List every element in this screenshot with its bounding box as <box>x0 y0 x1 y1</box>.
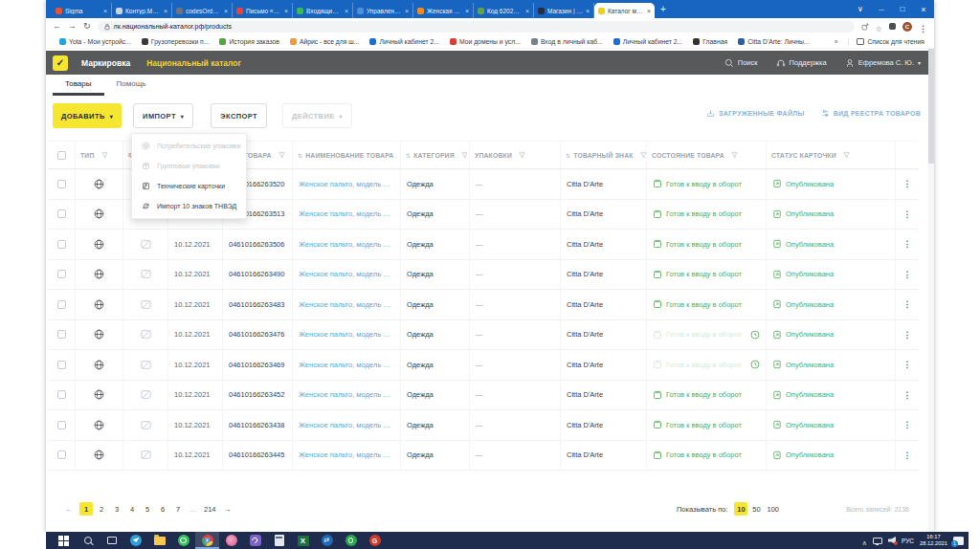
page-button[interactable]: 3 <box>110 502 123 516</box>
export-button[interactable]: ЭКСПОРТ <box>211 103 267 128</box>
browser-tab[interactable]: Контур.Марк...× <box>112 3 172 18</box>
page-size-button[interactable]: 10 <box>734 502 747 516</box>
kebab-menu-icon[interactable] <box>903 270 912 279</box>
browser-menu-icon[interactable] <box>919 18 927 35</box>
app-green-icon[interactable] <box>339 532 363 549</box>
app-tab[interactable]: Товары <box>53 75 104 96</box>
kebab-menu-icon[interactable] <box>903 299 912 309</box>
tab-close-icon[interactable]: × <box>586 8 590 14</box>
filter-icon[interactable] <box>101 152 108 159</box>
product-name-link[interactable]: Женское пальто, модель Ребе... <box>299 180 394 188</box>
next-page-icon[interactable] <box>224 505 232 514</box>
page-button[interactable]: 2 <box>95 502 108 516</box>
bookmark-star-icon[interactable] <box>876 18 882 35</box>
filter-icon[interactable] <box>519 152 525 159</box>
kebab-menu-icon[interactable] <box>903 420 912 429</box>
app-pink-icon[interactable] <box>219 532 243 549</box>
tab-close-icon[interactable]: × <box>164 8 167 14</box>
search-icon[interactable] <box>76 532 100 549</box>
sort-icon[interactable] <box>566 152 570 159</box>
profile-avatar[interactable]: C <box>902 22 912 32</box>
row-checkbox[interactable] <box>57 390 66 399</box>
page-button[interactable]: 4 <box>125 502 139 516</box>
row-checkbox[interactable] <box>57 270 66 278</box>
tab-close-icon[interactable]: × <box>465 8 469 14</box>
add-button[interactable]: ДОБАВИТЬ <box>53 103 122 128</box>
bookmark-item[interactable]: Грузоперевозки п... <box>142 38 210 45</box>
chrome-icon[interactable] <box>195 532 219 549</box>
row-checkbox[interactable] <box>57 330 66 339</box>
viber-icon[interactable] <box>243 532 267 549</box>
share-icon[interactable] <box>861 23 869 31</box>
product-name-link[interactable]: Женское пальто, модель Ребе... <box>299 209 394 218</box>
close-window-button[interactable] <box>913 5 934 14</box>
bookmark-item[interactable]: Главная <box>693 38 727 45</box>
extension-pin-icon[interactable] <box>889 23 896 30</box>
maximize-button[interactable] <box>892 5 913 13</box>
app-red-icon[interactable] <box>363 532 387 549</box>
user-menu[interactable]: Ефремова С. Ю. <box>845 58 921 68</box>
browser-tab[interactable]: codesOrder_2...× <box>172 3 233 18</box>
app-tab[interactable]: Помощь <box>104 75 159 96</box>
tab-close-icon[interactable]: × <box>525 8 529 14</box>
bookmark-item[interactable]: Айрис - все для ш... <box>290 38 360 45</box>
uploaded-files-link[interactable]: ЗАГРУЖЕННЫЕ ФАЙЛЫ <box>706 109 805 118</box>
whatsapp-icon[interactable] <box>171 532 195 549</box>
product-name-link[interactable]: Женское пальто, модель Ребе... <box>299 330 394 339</box>
browser-tab[interactable]: Управление...× <box>353 3 413 18</box>
row-checkbox[interactable] <box>57 300 66 309</box>
registry-view-link[interactable]: ВИД РЕЕСТРА ТОВАРОВ <box>821 109 921 118</box>
search-button[interactable]: Поиск <box>724 58 758 68</box>
system-clock[interactable]: 16:17 28.12.2021 <box>920 534 947 547</box>
bookmark-item[interactable]: Citta D'Arte: Личны... <box>738 38 809 45</box>
sort-icon[interactable] <box>406 152 411 159</box>
product-name-link[interactable]: Женское пальто, модель Ребе... <box>299 240 394 249</box>
row-checkbox[interactable] <box>57 209 66 218</box>
filter-icon[interactable] <box>731 152 738 159</box>
new-tab-button[interactable] <box>660 4 666 14</box>
start-icon[interactable] <box>52 532 76 549</box>
tray-expand-icon[interactable] <box>862 532 867 549</box>
row-checkbox[interactable] <box>57 421 66 429</box>
product-name-link[interactable]: Женское пальто, модель Ребе... <box>299 390 394 399</box>
reload-button[interactable] <box>83 22 91 31</box>
bookmark-item[interactable]: Yota - Мои устройс... <box>59 38 131 45</box>
page-button[interactable]: 1 <box>79 502 93 516</box>
excel-icon[interactable] <box>291 532 315 549</box>
product-name-link[interactable]: Женское пальто, модель Ребе... <box>299 450 394 459</box>
notification-center-icon[interactable]: 1 <box>953 537 964 545</box>
tab-close-icon[interactable]: × <box>647 8 651 14</box>
product-name-link[interactable]: Женское пальто, модель Ребе... <box>299 300 394 309</box>
tab-search-chevron-icon[interactable] <box>850 5 871 13</box>
browser-tab[interactable]: Магазин | Ivi...× <box>534 3 594 18</box>
import-menu-item[interactable]: 10Импорт 10 знаков ТНВЭД <box>132 196 246 216</box>
row-checkbox[interactable] <box>57 240 66 249</box>
reading-list-button[interactable]: Список для чтения <box>848 38 924 45</box>
page-size-button[interactable]: 100 <box>765 502 781 516</box>
product-name-link[interactable]: Женское пальто, модель Ребе... <box>299 421 394 429</box>
language-indicator[interactable]: РУС <box>902 538 914 544</box>
minimize-button[interactable] <box>871 5 892 13</box>
bookmark-item[interactable]: История заказов <box>219 38 278 45</box>
kebab-menu-icon[interactable] <box>903 450 912 460</box>
page-button[interactable]: 6 <box>156 502 169 516</box>
network-icon[interactable] <box>873 538 882 544</box>
back-button[interactable] <box>53 22 61 31</box>
browser-tab[interactable]: Женская оде...× <box>413 3 474 18</box>
explorer-icon[interactable] <box>147 532 171 549</box>
page-button[interactable]: 214 <box>202 502 218 516</box>
product-name-link[interactable]: Женское пальто, модель Ребе... <box>299 270 394 278</box>
forward-button[interactable] <box>68 22 77 31</box>
kebab-menu-icon[interactable] <box>903 239 912 249</box>
row-checkbox[interactable] <box>57 450 66 459</box>
bookmark-item[interactable]: Мои домены и усл... <box>450 38 521 45</box>
page-button[interactable]: 5 <box>141 502 154 516</box>
browser-tab[interactable]: Входящие —...× <box>293 3 353 18</box>
tab-close-icon[interactable]: × <box>405 8 409 14</box>
bookmark-item[interactable]: Личный кабинет 2... <box>369 38 438 45</box>
brand-logo-icon[interactable] <box>53 55 68 71</box>
browser-tab[interactable]: Sigma× <box>52 3 112 18</box>
filter-icon[interactable] <box>461 152 468 159</box>
browser-tab[interactable]: Код 6202190...× <box>474 3 534 18</box>
bookmarks-overflow-icon[interactable] <box>835 38 838 45</box>
